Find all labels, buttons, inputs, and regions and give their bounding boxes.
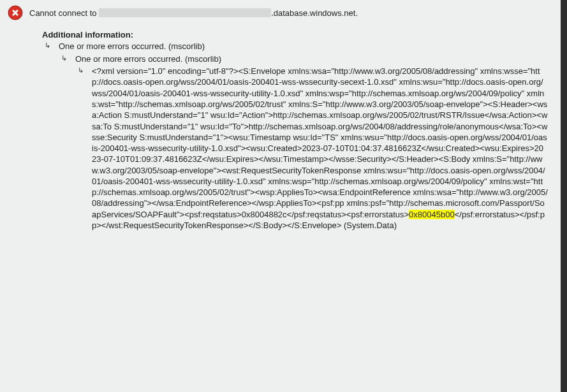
error-code-highlight: 0x80045b00 [409,210,455,219]
error-icon [8,5,23,22]
tree-arrow-icon: ↳ [45,42,50,49]
redacted-server-name [99,8,271,17]
window-border-right [561,0,567,392]
error-message-prefix: Cannot connect to [29,8,99,18]
error-message: Cannot connect to .database.windows.net. [29,3,548,19]
additional-information-heading: Additional information: [42,30,548,40]
error-node-level-3: ↳ <?xml version="1.0" encoding="utf-8"?>… [75,66,548,231]
error-node-text: One or more errors occurred. (mscorlib) [75,54,548,65]
error-xml-pre: <?xml version="1.0" encoding="utf-8"?><S… [92,66,548,219]
error-xml-detail: <?xml version="1.0" encoding="utf-8"?><S… [92,66,548,231]
tree-arrow-icon: ↳ [61,55,67,62]
error-node-level-1: ↳ One or more errors occurred. (mscorlib… [42,41,548,231]
error-node-level-2: ↳ One or more errors occurred. (mscorlib… [59,54,548,231]
tree-arrow-icon: ↳ [78,67,84,74]
error-message-suffix: .database.windows.net. [271,8,358,18]
error-node-text: One or more errors occurred. (mscorlib) [59,41,548,52]
